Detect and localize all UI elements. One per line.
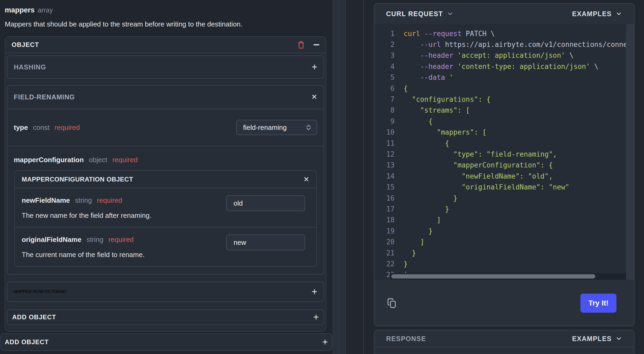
new-field-name-row: newFieldName string required old The new… <box>15 188 316 227</box>
mapper-row-filtering-section[interactable]: MAPPER-ROW-FILTERING + <box>7 282 324 302</box>
object-card: OBJECT HASHING + <box>5 36 326 331</box>
plus-icon[interactable]: + <box>312 287 317 297</box>
line-number: 19 <box>374 227 404 235</box>
add-object-label: ADD OBJECT <box>12 313 56 321</box>
prop-name: originalFieldName <box>22 236 81 244</box>
schema-panel: mappersarray Mappers that should be appl… <box>0 0 333 354</box>
code-line: 19 } <box>374 225 634 236</box>
code-lines: 1curl --request PATCH \2 --url https://a… <box>374 24 634 280</box>
original-field-name-row: originalFieldName string required new Th… <box>15 227 316 266</box>
code-line: 13 "mapperConfiguration": { <box>374 160 634 171</box>
line-number: 5 <box>374 73 404 81</box>
add-object-bottom-button[interactable]: ADD OBJECT + <box>1 333 332 351</box>
line-number: 12 <box>374 150 404 158</box>
mapper-config-label-row: mapperConfiguration object required <box>7 146 324 164</box>
request-examples-button[interactable]: EXAMPLES <box>572 10 622 18</box>
code-line: 5 --data ' <box>374 72 634 83</box>
select-chevrons-icon <box>305 123 312 131</box>
left-scrollbar-track[interactable] <box>333 0 339 354</box>
line-number: 8 <box>374 106 404 114</box>
mapper-configuration-header: MAPPERCONFIGURATION OBJECT ✕ <box>15 171 316 188</box>
code-vertical-scrollbar[interactable] <box>626 24 634 280</box>
prop-name: mapperConfiguration <box>14 156 84 164</box>
collapse-minus-icon[interactable] <box>314 44 319 45</box>
line-number: 17 <box>374 205 404 213</box>
prop-required: required <box>97 196 122 204</box>
code-line: 9 { <box>374 116 634 127</box>
code-line: 11 { <box>374 138 634 149</box>
hashing-section[interactable]: HASHING + <box>7 55 324 79</box>
close-icon[interactable]: ✕ <box>303 176 309 183</box>
field-renaming-section: FIELD-RENAMING ✕ type const required fie… <box>7 85 324 275</box>
prop-description: The current name of the field to rename. <box>22 251 309 259</box>
prop-required: required <box>112 156 137 164</box>
original-field-name-input[interactable]: new <box>226 234 305 250</box>
mapper-configuration-title: MAPPERCONFIGURATION OBJECT <box>22 176 133 183</box>
mapper-configuration-card: MAPPERCONFIGURATION OBJECT ✕ newFieldNam… <box>14 170 317 267</box>
copy-icon[interactable] <box>386 297 398 309</box>
line-number: 1 <box>374 30 404 38</box>
add-object-label: ADD OBJECT <box>5 338 49 346</box>
response-examples-button[interactable]: EXAMPLES <box>572 335 622 343</box>
code-line: 17 } <box>374 203 634 214</box>
code-line: 15 "originalFieldName": "new" <box>374 182 634 192</box>
prop-kind: const <box>33 123 50 131</box>
line-number: 3 <box>374 51 404 59</box>
code-line: 18 ] <box>374 215 634 225</box>
scrollbar-thumb[interactable] <box>391 274 595 278</box>
request-sidebar: CURL REQUEST EXAMPLES 1curl --request PA… <box>364 0 644 354</box>
line-number: 20 <box>374 238 404 246</box>
code-line: 7 "configurations": { <box>374 94 634 105</box>
plus-icon[interactable]: + <box>313 312 319 322</box>
new-field-name-input[interactable]: old <box>226 195 305 211</box>
request-footer: Try It! <box>374 280 634 326</box>
type-select[interactable]: field-renaming <box>236 120 317 135</box>
field-name: mappers <box>5 6 35 14</box>
field-type: array <box>38 6 53 14</box>
chevron-down-icon <box>615 10 622 17</box>
curl-request-title[interactable]: CURL REQUEST <box>386 10 454 18</box>
trash-icon[interactable] <box>297 41 305 49</box>
line-number: 14 <box>374 172 404 180</box>
prop-name: type <box>14 123 28 131</box>
line-number: 13 <box>374 161 404 169</box>
response-title: RESPONSE <box>386 335 426 343</box>
field-heading: mappersarray <box>5 6 332 14</box>
close-icon[interactable]: ✕ <box>311 94 317 101</box>
line-number: 7 <box>374 95 404 103</box>
line-number: 2 <box>374 41 404 48</box>
code-horizontal-scrollbar[interactable] <box>390 273 626 280</box>
curl-request-card: CURL REQUEST EXAMPLES 1curl --request PA… <box>374 3 634 326</box>
try-it-button[interactable]: Try It! <box>580 294 616 313</box>
code-line: 1curl --request PATCH \ <box>374 28 634 39</box>
hashing-label: HASHING <box>14 63 46 71</box>
prop-kind: string <box>75 196 92 204</box>
code-line: 20 ] <box>374 236 634 247</box>
code-line: 22} <box>374 258 634 269</box>
plus-icon[interactable]: + <box>312 62 317 72</box>
type-row: type const required field-renaming <box>7 109 324 146</box>
line-number: 16 <box>374 194 404 202</box>
type-prop-label: type const required <box>14 123 80 132</box>
line-number: 21 <box>374 249 404 257</box>
code-line: 8 "streams": [ <box>374 105 634 116</box>
field-renaming-label: FIELD-RENAMING <box>14 93 75 101</box>
line-number: 9 <box>374 117 404 125</box>
code-line: 10 "mappers": [ <box>374 127 634 138</box>
code-line: 2 --url https://api.airbyte.com/v1/conne… <box>374 39 634 50</box>
response-card: RESPONSE EXAMPLES <box>374 330 634 354</box>
prop-description: The new name for the field after renamin… <box>22 211 309 220</box>
add-object-button[interactable]: ADD OBJECT + <box>7 309 324 325</box>
line-number: 4 <box>374 63 404 70</box>
chevron-down-icon <box>615 335 622 342</box>
field-description: Mappers that should be applied to the st… <box>5 20 332 28</box>
code-line: 3 --header 'accept: application/json' \ <box>374 50 634 61</box>
pane-divider-line <box>345 0 346 354</box>
type-select-value: field-renaming <box>243 123 287 132</box>
page-scrollbar-track[interactable] <box>339 0 345 354</box>
prop-required: required <box>55 123 80 131</box>
plus-icon[interactable]: + <box>322 337 328 347</box>
code-line: 4 --header 'content-type: application/js… <box>374 61 634 72</box>
line-number: 11 <box>374 139 404 147</box>
code-block[interactable]: 1curl --request PATCH \2 --url https://a… <box>374 24 634 280</box>
